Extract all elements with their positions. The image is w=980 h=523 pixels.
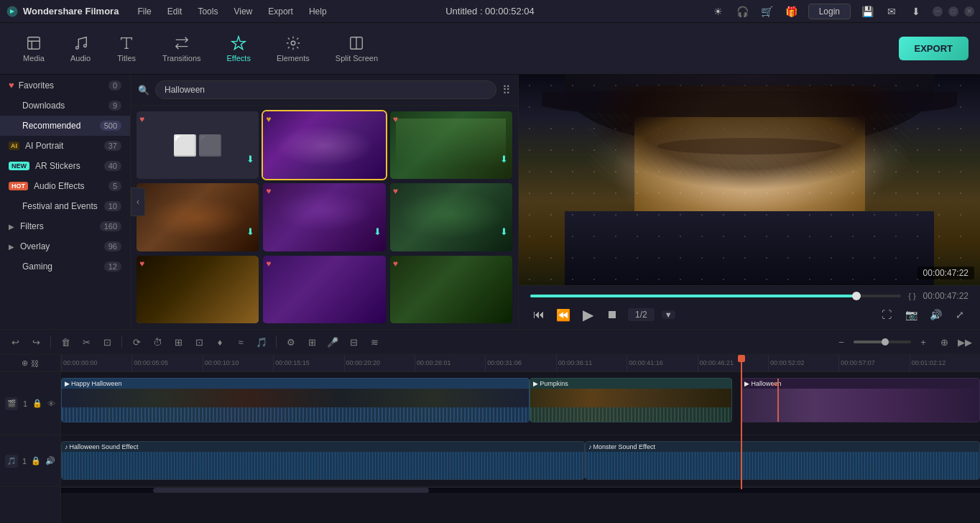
page-dropdown[interactable]: ▼ — [662, 310, 675, 319]
delete-button[interactable]: 🗑 — [56, 333, 75, 351]
fullscreen-preview-button[interactable]: ⛶ — [878, 306, 895, 323]
track-lock-a1[interactable]: 🔒 — [31, 456, 41, 466]
frame-back-button[interactable]: ⏮ — [530, 306, 547, 323]
volume-button[interactable]: 🔊 — [927, 306, 944, 323]
menu-view[interactable]: View — [226, 4, 259, 19]
elements-button[interactable]: Elements — [265, 31, 321, 67]
sidebar-item-audio-effects[interactable]: HOT Audio Effects 5 — [0, 176, 130, 196]
effect-card-4[interactable]: ♥ ⬇ Halloween Pack - Overla... — [137, 183, 259, 251]
headphone-icon[interactable]: 🎧 — [735, 4, 751, 19]
effect-card-1[interactable]: ⬜ ♥ ⬇ Halloween Pack - Overla... — [137, 111, 259, 179]
clip-speed-button[interactable]: ⏱ — [148, 333, 167, 351]
add-track-area[interactable]: ⊕ ⛓ — [0, 355, 60, 372]
clip-halloween[interactable]: ▶Halloween ✂ — [741, 378, 980, 422]
mix-button[interactable]: ⊟ — [344, 333, 363, 351]
sidebar-item-ar-stickers[interactable]: NEW AR Stickers 40 — [0, 156, 130, 176]
effect-card-3[interactable]: ♥ ⬇ Halloween Pack - Overla... — [390, 111, 512, 179]
brightness-icon[interactable]: ☀ — [711, 4, 726, 19]
ripple-button[interactable]: ⟳ — [127, 333, 146, 351]
undo-button[interactable]: ↩ — [6, 333, 24, 351]
titlebar: Wondershare Filmora File Edit Tools View… — [0, 0, 980, 23]
voice-enhance-button[interactable]: ≋ — [365, 333, 384, 351]
export-button[interactable]: EXPORT — [899, 37, 969, 60]
settings-button[interactable]: ⚙ — [282, 333, 300, 351]
sidebar-item-recommended[interactable]: Recommended 500 — [0, 116, 130, 136]
sidebar-item-gaming[interactable]: Gaming 12 — [0, 256, 130, 277]
crop-button[interactable]: ⊡ — [98, 333, 116, 351]
maximize-button[interactable]: □ — [948, 6, 958, 17]
effect-thumb-6 — [390, 183, 512, 251]
effect-card-7[interactable]: ♥ Halloween Pack - Overla... — [137, 256, 259, 323]
clip-monster-sound[interactable]: ♪Monster Sound Effect — [585, 441, 980, 480]
stop-button[interactable]: ⏹ — [604, 306, 621, 323]
marker-button[interactable]: ♦ — [211, 333, 229, 351]
search-input[interactable] — [155, 80, 496, 99]
fullscreen-button[interactable]: ⤢ — [951, 306, 969, 323]
zoom-in-button[interactable]: + — [914, 333, 933, 351]
menu-edit[interactable]: Edit — [160, 4, 190, 19]
grid-view-icon[interactable]: ⠿ — [502, 83, 511, 97]
effect-thumb-5 — [263, 183, 385, 251]
close-button[interactable]: ✕ — [964, 6, 974, 17]
clip-pumpkins[interactable]: ▶Pumpkins — [530, 378, 731, 422]
snapshot-button[interactable]: 📷 — [902, 306, 920, 323]
cloud-download-icon[interactable]: ⬇ — [908, 4, 924, 19]
menu-help[interactable]: Help — [302, 4, 334, 19]
audio-button[interactable]: Audio — [59, 31, 102, 67]
effect-card-9[interactable]: ♥ Halloween Pack - Overla... — [390, 256, 512, 323]
track-lock-v1[interactable]: 🔒 — [32, 399, 42, 408]
split-screen-button[interactable]: Split Screen — [324, 31, 389, 67]
track-eye-v1[interactable]: 👁 — [47, 399, 55, 408]
sidebar-item-downloads[interactable]: Downloads 9 — [0, 96, 130, 116]
track-num-v1: 1 — [23, 399, 27, 408]
minimize-button[interactable]: ─ — [933, 6, 943, 17]
collapse-tracks-button[interactable]: ▶▶ — [956, 333, 974, 351]
play-button[interactable]: ▶ — [579, 306, 596, 323]
effect-card-5[interactable]: ♥ ⬇ Halloween Pack - Overla... — [263, 183, 385, 251]
effects-button[interactable]: Effects — [216, 31, 262, 67]
mail-icon[interactable]: ✉ — [884, 4, 900, 19]
titles-button[interactable]: Titles — [105, 31, 148, 67]
sidebar-item-ai-portrait[interactable]: AI AI Portrait 37 — [0, 136, 130, 156]
audio-detach-button[interactable]: ≈ — [231, 333, 250, 351]
timeline-scrollbar[interactable] — [61, 487, 980, 493]
sidebar-item-filters[interactable]: ▶ Filters 160 — [0, 216, 130, 236]
sidebar-item-festival-events[interactable]: Festival and Events 10 — [0, 196, 130, 216]
heart-icon-1: ♥ — [139, 114, 144, 124]
effect-thumb-2 — [263, 111, 385, 179]
add-icon: ⊕ — [22, 358, 28, 368]
timeline-ruler[interactable]: 00:00:00:00 00:00:05:05 00:00:10:10 00:0… — [61, 355, 980, 372]
track-vol-a1[interactable]: 🔊 — [45, 456, 55, 466]
audio-waveform-button[interactable]: 🎵 — [252, 333, 271, 351]
progress-bar[interactable] — [530, 295, 901, 297]
cut-button[interactable]: ✂ — [77, 333, 96, 351]
save-icon[interactable]: 💾 — [859, 4, 875, 19]
mic-button[interactable]: 🎤 — [323, 333, 342, 351]
split-button[interactable]: ⊞ — [169, 333, 188, 351]
media-button[interactable]: Media — [11, 31, 56, 67]
fit-button[interactable]: ⊡ — [190, 333, 208, 351]
redo-button[interactable]: ↪ — [27, 333, 45, 351]
page-indicator[interactable]: 1/2 — [628, 308, 655, 321]
effect-card-6[interactable]: ♥ ⬇ Halloween Pack - Overla... — [390, 183, 512, 251]
snap-button[interactable]: ⊞ — [302, 333, 321, 351]
sidebar-item-favorites[interactable]: ♥ Favorites 0 — [0, 75, 130, 96]
collapse-sidebar-button[interactable]: ‹ — [131, 188, 145, 216]
step-back-button[interactable]: ⏪ — [555, 306, 572, 323]
cart-icon[interactable]: 🛒 — [759, 4, 775, 19]
sidebar-item-overlay[interactable]: ▶ Overlay 96 — [0, 236, 130, 256]
gift-icon[interactable]: 🎁 — [784, 4, 800, 19]
menu-file[interactable]: File — [130, 4, 158, 19]
effect-card-2[interactable]: ♥ Halloween Pack - Overla... — [263, 111, 385, 179]
clip-halloween-sound[interactable]: ♪Halloween Sound Effect — [61, 441, 585, 480]
clip-happy-halloween[interactable]: ▶Happy Halloween — [61, 378, 530, 422]
login-button[interactable]: Login — [808, 4, 851, 19]
zoom-slider[interactable] — [854, 341, 911, 343]
effects-grid: ⬜ ♥ ⬇ Halloween Pack - Overla... ♥ Hallo… — [131, 106, 518, 329]
zoom-out-button[interactable]: − — [832, 333, 851, 351]
menu-tools[interactable]: Tools — [190, 4, 225, 19]
add-track-button[interactable]: ⊕ — [935, 333, 953, 351]
effect-card-8[interactable]: ♥ Halloween Pack - Overla... — [263, 256, 385, 323]
menu-export[interactable]: Export — [261, 4, 300, 19]
transitions-button[interactable]: Transitions — [151, 31, 212, 67]
